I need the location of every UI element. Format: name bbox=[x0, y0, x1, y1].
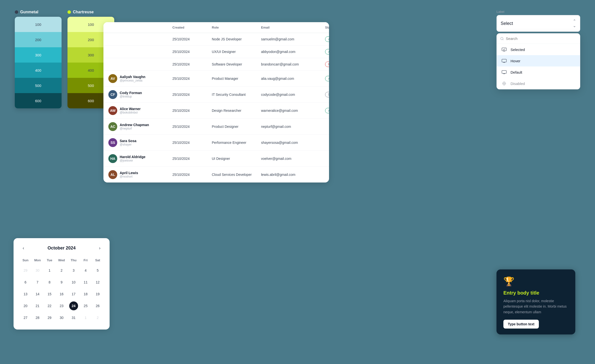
created-cell: 25/10/2024 bbox=[172, 62, 212, 66]
cal-day[interactable]: 17 bbox=[69, 290, 78, 298]
user-name: Sara Sosa bbox=[120, 139, 136, 143]
globe-disabled-icon bbox=[501, 81, 508, 86]
gunmetal-swatch-400: 400 bbox=[15, 63, 62, 78]
cal-day[interactable]: 29 bbox=[45, 313, 54, 322]
avatar: AW bbox=[108, 106, 117, 115]
cal-day[interactable]: 11 bbox=[81, 278, 90, 287]
avatar: AC bbox=[108, 122, 117, 131]
created-cell: 25/10/2024 bbox=[172, 50, 212, 54]
user-cell: AW Alice Warner @bokoblinboi bbox=[108, 106, 172, 115]
dropdown-item-selected[interactable]: Selected bbox=[497, 44, 580, 55]
avatar: AV bbox=[108, 74, 117, 83]
email-cell: shayersosa@gmail.com bbox=[261, 141, 325, 145]
user-handle: @joelover bbox=[120, 159, 146, 162]
cal-day[interactable]: 25 bbox=[81, 301, 90, 310]
status-badge: Available bbox=[325, 36, 329, 42]
email-cell: lewis.abril@gmail.com bbox=[261, 173, 325, 177]
cal-day[interactable]: 1 bbox=[81, 313, 90, 322]
table-row: 25/10/2024 UX/UI Designer abbyodon@gmail… bbox=[103, 46, 329, 58]
created-cell: 25/10/2024 bbox=[172, 173, 212, 177]
dropdown-item-label: Default bbox=[511, 70, 522, 74]
select-trigger[interactable]: Select ⌃⌄ bbox=[496, 15, 580, 32]
dropdown-menu: Selected Hover Default bbox=[496, 33, 580, 89]
user-handle: @shayer bbox=[120, 143, 136, 146]
calendar-prev-button[interactable]: ‹ bbox=[19, 244, 27, 252]
created-cell: 25/10/2024 bbox=[172, 37, 212, 41]
dropdown-item-default[interactable]: Default bbox=[497, 66, 580, 78]
cal-day[interactable]: 21 bbox=[33, 301, 42, 310]
cal-day[interactable]: 26 bbox=[93, 301, 102, 310]
cal-day[interactable]: 6 bbox=[21, 278, 30, 287]
cal-day[interactable]: 18 bbox=[81, 290, 90, 298]
search-input[interactable] bbox=[506, 36, 577, 41]
user-cell: AV Aaliyah Vaughn @princess_zelda bbox=[108, 74, 172, 83]
day-header-sat: Sat bbox=[92, 257, 104, 265]
role-cell: IT Security Consultant bbox=[212, 93, 261, 97]
cal-day[interactable]: 23 bbox=[57, 301, 66, 310]
cal-day[interactable]: 5 bbox=[93, 266, 102, 275]
cal-day[interactable]: 14 bbox=[33, 290, 42, 298]
status-badge: Hold bbox=[325, 62, 329, 67]
created-cell: 25/10/2024 bbox=[172, 77, 212, 81]
table-row: AL April Lewis @noshort 25/10/2024 Cloud… bbox=[103, 167, 329, 182]
status-badge: Disabled bbox=[325, 92, 329, 97]
dropdown-item-label: Hover bbox=[511, 59, 520, 63]
cal-day[interactable]: 3 bbox=[69, 266, 78, 275]
cal-day[interactable]: 1 bbox=[45, 266, 54, 275]
status-badge: Available bbox=[325, 49, 329, 54]
role-cell: Node JS Developer bbox=[212, 37, 261, 41]
cal-day[interactable]: 8 bbox=[45, 278, 54, 287]
cal-day[interactable]: 27 bbox=[21, 313, 30, 322]
role-cell: UI Designer bbox=[212, 157, 261, 161]
cal-day[interactable]: 4 bbox=[81, 266, 90, 275]
svg-point-0 bbox=[501, 37, 503, 40]
table-row: 25/10/2024 Software Developer brandoncar… bbox=[103, 58, 329, 71]
dropdown-item-hover[interactable]: Hover bbox=[497, 55, 580, 66]
dropdown-item-label: Disabled bbox=[511, 82, 525, 86]
gunmetal-panel: 100 200 300 400 500 600 bbox=[15, 17, 62, 108]
cal-day[interactable]: 12 bbox=[93, 278, 102, 287]
select-value: Select bbox=[501, 21, 513, 26]
cal-day[interactable]: 28 bbox=[33, 313, 42, 322]
entry-button[interactable]: Type button text bbox=[503, 320, 539, 329]
chartreuse-dot bbox=[67, 10, 71, 14]
status-cell: Available bbox=[325, 36, 329, 42]
color-panels: Gunmetal 100 200 300 400 500 600 Chartre… bbox=[15, 10, 114, 108]
entry-title: Entry body title bbox=[503, 290, 568, 296]
cal-day-selected[interactable]: 24 bbox=[69, 301, 78, 310]
email-cell: voelver@gmail.com bbox=[261, 157, 325, 161]
email-cell: abbyodon@gmail.com bbox=[261, 50, 325, 54]
role-cell: Performance Engineer bbox=[212, 141, 261, 145]
day-header-sun: Sun bbox=[19, 257, 32, 265]
cal-day[interactable]: 16 bbox=[57, 290, 66, 298]
dropdown-item-disabled[interactable]: Disabled bbox=[497, 78, 580, 89]
cal-day[interactable]: 2 bbox=[57, 266, 66, 275]
gunmetal-swatch-600: 600 bbox=[15, 93, 62, 108]
cal-day[interactable]: 2 bbox=[93, 313, 102, 322]
day-header-thu: Thu bbox=[67, 257, 80, 265]
cal-day[interactable]: 30 bbox=[57, 313, 66, 322]
cal-day[interactable]: 7 bbox=[33, 278, 42, 287]
calendar-panel: ‹ October 2024 › Sun Mon Tue Wed Thu Fri… bbox=[14, 238, 110, 330]
avatar: CF bbox=[108, 90, 117, 99]
cal-day[interactable]: 19 bbox=[93, 290, 102, 298]
table-row: HA Harold Aldridge @joelover 25/10/2024 … bbox=[103, 151, 329, 167]
table-row: AC Andrew Chapman @nepturf 25/10/2024 Pr… bbox=[103, 119, 329, 135]
gunmetal-label: Gunmetal bbox=[20, 10, 38, 14]
email-cell: alia.vaug@gmail.com bbox=[261, 77, 325, 81]
created-cell: 25/10/2024 bbox=[172, 109, 212, 113]
cal-day[interactable]: 29 bbox=[21, 266, 30, 275]
calendar-next-button[interactable]: › bbox=[96, 244, 104, 252]
cal-day[interactable]: 15 bbox=[45, 290, 54, 298]
cal-day[interactable]: 13 bbox=[21, 290, 30, 298]
cal-day[interactable]: 22 bbox=[45, 301, 54, 310]
chartreuse-header: Chartreuse bbox=[67, 10, 114, 14]
cal-day[interactable]: 20 bbox=[21, 301, 30, 310]
gunmetal-header: Gunmetal bbox=[15, 10, 62, 14]
cal-day[interactable]: 30 bbox=[33, 266, 42, 275]
cal-day[interactable]: 31 bbox=[69, 313, 78, 322]
cal-day[interactable]: 10 bbox=[69, 278, 78, 287]
gunmetal-swatch-200: 200 bbox=[15, 32, 62, 47]
cal-day[interactable]: 9 bbox=[57, 278, 66, 287]
status-badge: Available bbox=[325, 76, 329, 81]
